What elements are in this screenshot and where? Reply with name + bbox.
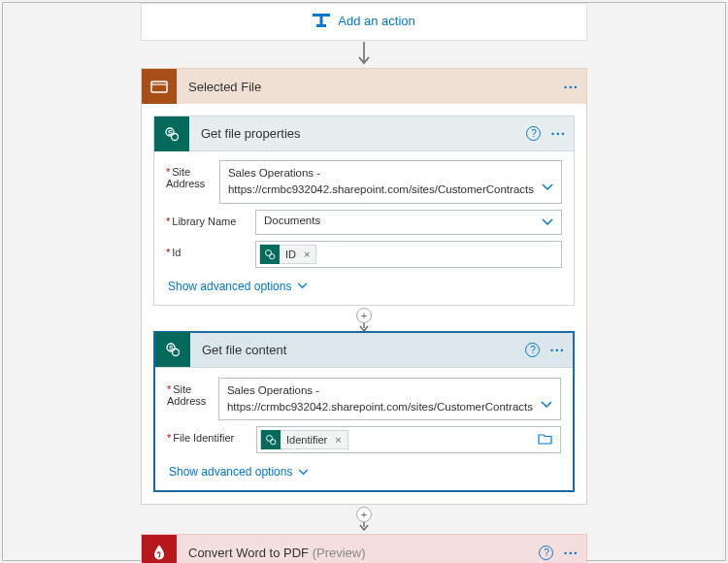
add-action-label: Add an action <box>338 14 415 28</box>
chevron-down-icon[interactable] <box>542 180 553 196</box>
library-name-label: Library Name <box>166 210 255 227</box>
add-an-action-button[interactable]: Add an action <box>313 12 415 29</box>
id-label: Id <box>166 241 255 258</box>
site-address-label: Site Address <box>166 160 219 189</box>
svg-text:S: S <box>169 345 174 351</box>
action-menu-icon[interactable]: ··· <box>563 546 579 560</box>
identifier-token[interactable]: Identifier × <box>260 430 348 449</box>
get-file-properties-card: S Get file properties ? ··· Site Address <box>153 116 575 306</box>
svg-point-10 <box>270 253 275 258</box>
svg-rect-1 <box>320 17 323 24</box>
scope-title: Selected File <box>177 80 261 94</box>
add-action-icon <box>313 12 330 29</box>
scope-header[interactable]: Selected File ··· <box>142 69 586 104</box>
scope-icon <box>142 69 177 104</box>
sharepoint-icon: S <box>155 332 190 367</box>
flow-arrow-icon <box>141 41 587 68</box>
chevron-down-icon[interactable] <box>542 216 553 228</box>
library-name-input[interactable]: Documents <box>255 210 562 235</box>
file-identifier-input[interactable]: Identifier × <box>256 426 561 453</box>
get-file-content-header[interactable]: S Get file content ? ··· <box>155 333 573 368</box>
site-address-label: Site Address <box>167 378 218 407</box>
top-card: Add an action <box>141 3 587 41</box>
action-title: Get file properties <box>189 126 301 141</box>
selected-file-scope: Selected File ··· S Get file properties <box>141 68 587 505</box>
convert-word-to-pdf-card: Convert Word to PDF (Preview) ? ··· <box>141 534 587 563</box>
svg-text:S: S <box>168 129 173 136</box>
action-menu-icon[interactable]: ··· <box>550 126 566 141</box>
id-input[interactable]: ID × <box>255 241 562 268</box>
get-file-properties-header[interactable]: S Get file properties ? ··· <box>154 116 574 151</box>
help-icon[interactable]: ? <box>526 126 541 141</box>
show-advanced-options-link[interactable]: Show advanced options <box>166 274 310 297</box>
chevron-down-icon <box>297 282 308 289</box>
sharepoint-token-icon <box>260 245 280 264</box>
action-title: Get file content <box>190 343 286 357</box>
chevron-down-icon[interactable] <box>541 397 552 414</box>
svg-point-16 <box>271 440 276 445</box>
svg-rect-0 <box>313 14 330 17</box>
add-step-button[interactable]: + <box>141 503 587 530</box>
id-token[interactable]: ID × <box>259 245 316 264</box>
svg-rect-4 <box>151 82 167 92</box>
sharepoint-token-icon <box>261 430 281 449</box>
chevron-down-icon <box>298 469 309 476</box>
get-file-content-card: S Get file content ? ··· Site Address Sa… <box>153 331 575 493</box>
file-identifier-label: File Identifier <box>167 426 256 444</box>
svg-rect-2 <box>316 24 326 27</box>
scope-menu-icon[interactable]: ··· <box>563 80 579 94</box>
action-menu-icon[interactable]: ··· <box>549 343 565 357</box>
site-address-input[interactable]: Sales Operations - https://crmbc932042.s… <box>218 378 561 421</box>
preview-badge: (Preview) <box>313 546 366 560</box>
add-step-button[interactable]: + <box>153 304 575 331</box>
token-remove-icon[interactable]: × <box>302 248 315 260</box>
site-address-input[interactable]: Sales Operations - https://crmbc932042.s… <box>219 160 562 204</box>
help-icon[interactable]: ? <box>539 546 553 560</box>
sharepoint-icon: S <box>154 116 189 151</box>
folder-picker-icon[interactable] <box>538 433 552 447</box>
action-title: Convert Word to PDF (Preview) <box>177 546 366 560</box>
convert-word-to-pdf-header[interactable]: Convert Word to PDF (Preview) ? ··· <box>142 535 586 563</box>
show-advanced-options-link[interactable]: Show advanced options <box>167 459 311 482</box>
token-remove-icon[interactable]: × <box>333 434 347 446</box>
adobe-pdf-icon <box>142 535 177 563</box>
help-icon[interactable]: ? <box>525 343 540 357</box>
